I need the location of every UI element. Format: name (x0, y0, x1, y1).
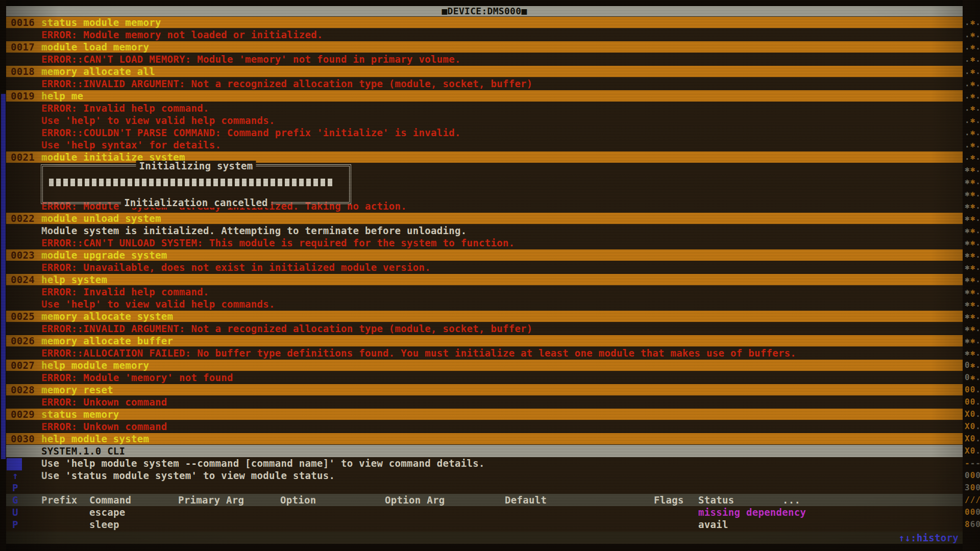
progress-block (299, 179, 304, 186)
progress-block (242, 179, 247, 186)
command-line: 0029status memory (6, 408, 963, 420)
error-line: ERROR: Module 'memory' not found (6, 371, 963, 384)
status-glyphs: --- (965, 457, 980, 469)
status-glyphs: 00. (965, 384, 980, 396)
command-highlight-bar (6, 41, 963, 53)
status-glyphs: .✱. (965, 29, 980, 41)
glyph: . (975, 372, 980, 382)
command-number: 0017 (11, 41, 35, 53)
error-text: Use 'help syntax' for details. (41, 139, 221, 151)
progress-block (321, 179, 325, 186)
glyph: ✱ (970, 238, 976, 247)
progress-block (170, 179, 175, 186)
glyph: ✱ (970, 213, 976, 223)
info-text: Use 'help module system --command [comma… (41, 457, 485, 469)
progress-block (135, 179, 139, 186)
status-glyphs: .✱. (965, 114, 980, 127)
table-cell-command: sleep (89, 518, 119, 531)
status-glyphs: X0. (965, 445, 980, 457)
glyph: . (975, 409, 980, 419)
error-line: ERROR: Invalid help command. (6, 286, 963, 298)
terminal-output: 0016status module memoryERROR: Module me… (6, 16, 963, 532)
glyph: ✱ (965, 189, 970, 198)
glyph: ✱ (970, 17, 976, 27)
glyph: . (975, 30, 980, 39)
glyph: 0 (975, 470, 980, 480)
glyph: . (975, 348, 980, 358)
glyph: ✱ (970, 323, 976, 333)
scrollbar-thumb[interactable] (7, 458, 22, 470)
progress-box-footer: Initialization cancelled (121, 197, 271, 208)
glyph: ✱ (970, 42, 976, 52)
command-text: module unload system (41, 212, 161, 224)
glyph: ✱ (970, 30, 976, 39)
scrollbar-track[interactable] (1, 94, 6, 459)
error-text: ERROR::CAN'T UNLOAD SYSTEM: This module … (41, 237, 514, 249)
status-glyphs: .✱. (965, 41, 980, 53)
table-header-cell: Prefix (41, 494, 77, 506)
status-glyphs: ✱✱. (965, 249, 980, 261)
glyph: ✱ (970, 336, 976, 345)
table-header-cell: ... (782, 494, 800, 506)
command-text: help module memory (41, 359, 149, 371)
status-glyphs: .✱. (965, 65, 980, 78)
table-header-cell: Command (89, 494, 131, 506)
status-glyphs: ✱✱. (965, 200, 980, 212)
glyph: . (975, 446, 980, 456)
progress-block (106, 179, 111, 186)
glyph: . (975, 336, 980, 345)
glyph: ✱ (965, 323, 970, 333)
glyph: . (965, 79, 970, 88)
glyph: . (965, 152, 970, 162)
glyph: ✱ (965, 238, 970, 247)
command-number: 0024 (11, 273, 35, 286)
error-line: ERROR: Unavailable, does not exist in in… (6, 261, 963, 273)
glyph: 0 (975, 483, 980, 492)
command-number: 0016 (11, 16, 35, 29)
error-text: ERROR: Unavailable, does not exist in in… (41, 261, 431, 273)
glyph: X0 (965, 421, 975, 431)
glyph: . (965, 91, 970, 101)
command-highlight-bar (6, 409, 963, 420)
glyph: . (965, 115, 970, 125)
status-glyphs: .✱. (965, 90, 980, 102)
glyph: . (965, 128, 970, 137)
glyph: ✱ (965, 262, 970, 272)
glyph: . (975, 152, 980, 162)
command-line: 0026memory allocate buffer (6, 335, 963, 347)
error-line: ERROR::INVALID ARGUMENT: Not a recognize… (6, 322, 963, 335)
command-text: memory reset (41, 384, 113, 396)
error-line: ERROR: Unkown command (6, 396, 963, 408)
progress-block (271, 179, 275, 186)
error-line: ERROR::ALLOCATION FAILED: No buffer type… (6, 347, 963, 359)
command-number: 0029 (11, 408, 35, 420)
history-hint: ↑↓:history (899, 532, 959, 544)
glyph: -- (970, 458, 980, 468)
glyph: ✱ (970, 311, 976, 321)
error-text: ERROR: Module memory not loaded or initi… (41, 29, 323, 41)
command-highlight-bar (6, 90, 963, 102)
command-line: 0022module unload system (6, 212, 963, 224)
system-banner-text: SYSTEM.1.0 CLI (41, 445, 125, 457)
status-glyphs: .✱. (965, 151, 980, 163)
glyph: 00 (965, 507, 975, 517)
command-highlight-bar (6, 360, 963, 371)
command-text: status module memory (41, 16, 161, 29)
status-glyphs: 00. (965, 396, 980, 408)
glyph: ✱ (970, 54, 976, 64)
glyph: . (975, 17, 980, 27)
glyph: 60 (970, 519, 980, 529)
table-header-cell: Option Arg (385, 494, 445, 506)
glyph: ✱ (970, 287, 976, 296)
table-header-cell: Option (280, 494, 316, 506)
error-line: ERROR: Invalid help command. (6, 102, 963, 114)
command-text: module upgrade system (41, 249, 167, 261)
progress-block (292, 179, 297, 186)
status-glyphs: /// (965, 494, 980, 506)
pgup-letter: P (12, 518, 22, 531)
status-glyphs: ✱✱. (965, 335, 980, 347)
command-number: 0030 (11, 433, 35, 445)
glyph: ✱ (965, 164, 970, 174)
status-glyphs: ✱✱. (965, 298, 980, 310)
command-number: 0025 (11, 310, 35, 322)
